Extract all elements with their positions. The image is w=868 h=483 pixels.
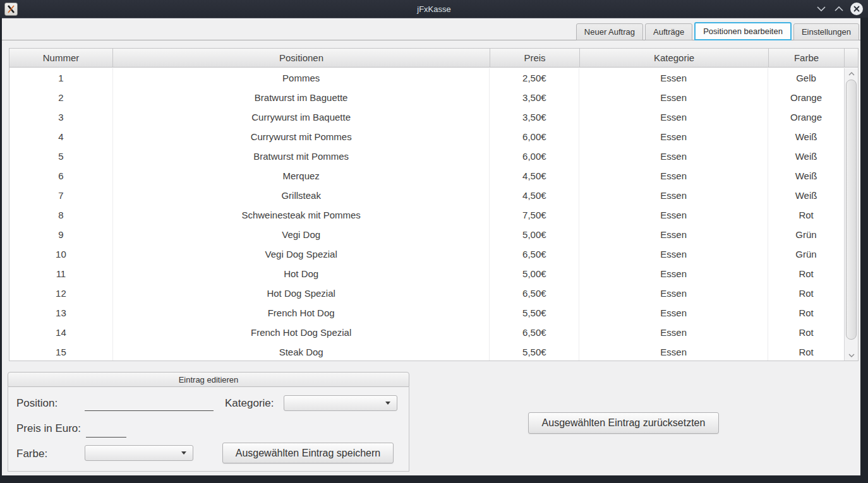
cell-preis: 5,00€ (490, 225, 579, 244)
cell-farbe: Rot (768, 342, 844, 361)
cell-kategorie: Essen (579, 323, 768, 342)
table-row[interactable]: 10Vegi Dog Spezial6,50€EssenGrün (9, 244, 844, 264)
close-icon (853, 6, 860, 12)
kategorie-select[interactable] (284, 395, 397, 411)
cell-position: Hot Dog (113, 264, 490, 283)
table-row[interactable]: 3Currywurst im Baquette3,50€EssenOrange (9, 107, 844, 127)
maximize-window-button[interactable] (833, 3, 845, 15)
cell-kategorie: Essen (579, 127, 768, 146)
column-header-nummer[interactable]: Nummer (9, 49, 113, 67)
tab-positionen-bearbeiten[interactable]: Positionen bearbeiten (694, 22, 792, 40)
table-row[interactable]: 9Vegi Dog5,00€EssenGrün (9, 225, 844, 244)
cell-nummer: 4 (9, 127, 113, 146)
cell-position: Vegi Dog (113, 225, 490, 244)
table-row[interactable]: 14French Hot Dog Spezial6,50€EssenRot (9, 323, 844, 342)
table-row[interactable]: 12Hot Dog Spezial6,50€EssenRot (9, 283, 844, 303)
cell-position: Merquez (113, 166, 490, 186)
cell-kategorie: Essen (579, 264, 768, 283)
cell-preis: 2,50€ (490, 68, 579, 88)
window-body: Neuer Auftrag Aufträge Positionen bearbe… (2, 18, 860, 475)
table-row[interactable]: 4Currywurst mit Pommes6,00€EssenWeiß (9, 127, 844, 146)
table-row[interactable]: 1Pommes2,50€EssenGelb (9, 68, 844, 88)
column-header-preis[interactable]: Preis (490, 49, 580, 67)
scrollbar-thumb[interactable] (846, 80, 857, 340)
column-header-farbe[interactable]: Farbe (769, 49, 845, 67)
cell-position: Currywurst mit Pommes (113, 127, 490, 146)
cell-nummer: 5 (9, 146, 113, 166)
cell-position: French Hot Dog Spezial (113, 323, 490, 342)
cell-position: Steak Dog (113, 342, 490, 361)
edit-entry-panel: Eintrag editieren Position: Kategorie: P… (8, 372, 409, 472)
cell-position: Vegi Dog Spezial (113, 244, 490, 264)
save-selected-entry-button[interactable]: Ausgewählten Eintrag speichern (222, 443, 394, 463)
tab-neuer-auftrag[interactable]: Neuer Auftrag (576, 23, 643, 40)
cell-farbe: Rot (768, 205, 844, 225)
cell-position: French Hot Dog (113, 303, 490, 323)
cell-kategorie: Essen (579, 68, 768, 88)
cell-kategorie: Essen (579, 303, 768, 323)
close-window-button[interactable] (850, 3, 863, 15)
cell-nummer: 13 (9, 303, 113, 323)
cell-position: Bratwurst im Baguette (113, 88, 490, 107)
edit-panel-title[interactable]: Eintrag editieren (8, 372, 409, 387)
table-row[interactable]: 13French Hot Dog5,50€EssenRot (9, 303, 844, 323)
tab-strip: Neuer Auftrag Aufträge Positionen bearbe… (2, 18, 860, 40)
positions-table: Nummer Positionen Preis Kategorie Farbe … (9, 48, 859, 361)
position-input[interactable] (85, 397, 214, 411)
cell-preis: 6,00€ (490, 146, 579, 166)
shade-window-button[interactable] (815, 3, 828, 15)
tab-auftraege[interactable]: Aufträge (645, 23, 692, 40)
cell-nummer: 8 (9, 205, 113, 225)
column-header-positionen[interactable]: Positionen (113, 49, 490, 67)
scroll-up-button[interactable] (845, 68, 858, 79)
cell-position: Schweinesteak mit Pommes (113, 205, 490, 225)
cell-preis: 3,50€ (490, 107, 579, 127)
cell-preis: 3,50€ (490, 88, 579, 107)
dropdown-arrow-icon (181, 451, 186, 455)
cell-nummer: 9 (9, 225, 113, 244)
table-header-row: Nummer Positionen Preis Kategorie Farbe (9, 49, 858, 68)
cell-position: Hot Dog Spezial (113, 283, 490, 303)
cell-nummer: 1 (9, 68, 113, 88)
cell-farbe: Gelb (768, 68, 844, 88)
cell-farbe: Orange (768, 107, 844, 127)
table-row[interactable]: 2Bratwurst im Baguette3,50€EssenOrange (9, 88, 844, 107)
cell-kategorie: Essen (579, 342, 768, 361)
table-row[interactable]: 6Merquez4,50€EssenWeiß (9, 166, 844, 186)
table-row[interactable]: 7Grillsteak4,50€EssenWeiß (9, 186, 844, 205)
cell-preis: 5,50€ (490, 303, 579, 323)
cell-farbe: Grün (768, 244, 844, 264)
cell-kategorie: Essen (579, 107, 768, 127)
scroll-down-button[interactable] (845, 350, 858, 361)
table-row[interactable]: 5Bratwurst mit Pommes6,00€EssenWeiß (9, 146, 844, 166)
vertical-scrollbar[interactable] (844, 68, 858, 361)
cell-position: Currywurst im Baquette (113, 107, 490, 127)
cell-farbe: Rot (768, 264, 844, 283)
cell-kategorie: Essen (579, 205, 768, 225)
cell-position: Pommes (113, 68, 490, 88)
reset-selected-entry-button[interactable]: Ausgewählten Eintrag zurücksetzten (528, 412, 719, 434)
table-row[interactable]: 15Steak Dog5,50€EssenRot (9, 342, 844, 361)
cell-nummer: 12 (9, 283, 113, 303)
cell-farbe: Rot (768, 303, 844, 323)
chevron-down-icon (848, 354, 855, 357)
column-header-kategorie[interactable]: Kategorie (580, 49, 769, 67)
tab-einstellungen[interactable]: Einstellungen (793, 23, 859, 40)
table-row[interactable]: 8Schweinesteak mit Pommes7,50€EssenRot (9, 205, 844, 225)
farbe-select[interactable] (85, 445, 193, 461)
cell-kategorie: Essen (579, 244, 768, 264)
window-title: jFxKasse (0, 4, 868, 14)
cell-kategorie: Essen (579, 146, 768, 166)
cell-preis: 6,00€ (490, 127, 579, 146)
cell-farbe: Rot (768, 323, 844, 342)
cell-farbe: Weiß (768, 186, 844, 205)
preis-input[interactable] (86, 424, 126, 438)
cell-nummer: 10 (9, 244, 113, 264)
window-controls (815, 0, 863, 18)
cell-farbe: Orange (768, 88, 844, 107)
table-row[interactable]: 11Hot Dog5,00€EssenRot (9, 264, 844, 283)
tab-group: Neuer Auftrag Aufträge Positionen bearbe… (576, 22, 859, 40)
cell-nummer: 3 (9, 107, 113, 127)
preis-label: Preis in Euro: (16, 422, 81, 435)
chevron-up-icon (848, 72, 855, 76)
